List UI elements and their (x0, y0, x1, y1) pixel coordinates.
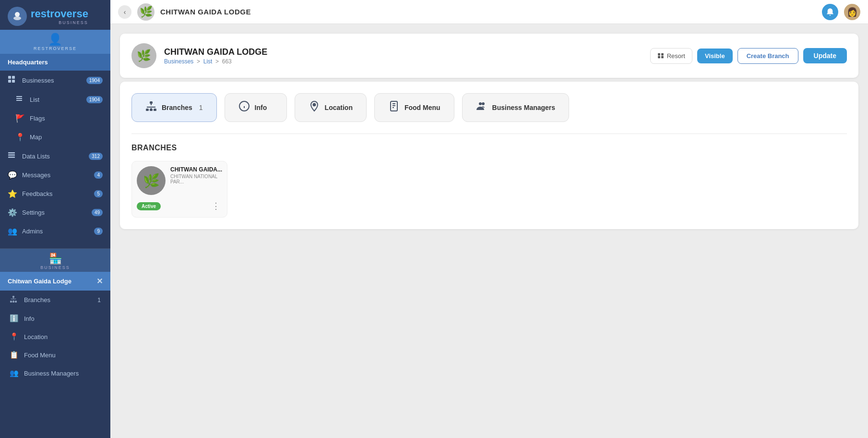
sub-nav-location[interactable]: 📍 Location (0, 328, 110, 346)
sidebar-item-feedbacks[interactable]: ⭐ Feedbacks 5 (0, 184, 110, 203)
sub-info-icon: ℹ️ (10, 314, 19, 323)
location-tab-icon (309, 100, 320, 115)
branch-card[interactable]: 🌿 CHITWAN GAIDA... CHITWAN NATIONAL PAR.… (131, 161, 227, 218)
svg-rect-26 (154, 109, 156, 111)
topbar-title: CHITWAN GAIDA LODGE (160, 8, 251, 16)
create-branch-button[interactable]: Create Branch (737, 48, 798, 64)
branch-status-row: Active ⋮ (137, 200, 222, 212)
sidebar-item-data-lists[interactable]: Data Lists 312 (0, 146, 110, 166)
businesses-badge: 1904 (86, 77, 103, 84)
user-avatar[interactable]: 👩 (844, 4, 860, 20)
svg-rect-16 (13, 297, 14, 299)
sub-branches-icon (10, 295, 19, 304)
tab-branches[interactable]: Branches 1 (131, 93, 217, 122)
branch-menu-button[interactable]: ⋮ (210, 200, 222, 212)
visible-button[interactable]: Visible (697, 49, 733, 63)
sidebar-item-list[interactable]: List 1904 (0, 90, 110, 109)
notification-icon[interactable] (822, 4, 838, 20)
tab-info-label: Info (255, 104, 267, 111)
breadcrumb-id: 663 (222, 58, 232, 65)
svg-point-1 (13, 16, 21, 20)
sub-managers-label: Business Managers (24, 370, 79, 377)
section-divider (131, 134, 847, 134)
business-close-button[interactable]: ✕ (96, 277, 103, 286)
sidebar-item-messages[interactable]: 💬 Messages 4 (0, 166, 110, 184)
tab-location-label: Location (325, 104, 353, 111)
business-section: 🏪 BUSINESS Chitwan Gaida Lodge ✕ Branche… (0, 248, 110, 382)
tab-food-menu[interactable]: Food Menu (374, 93, 454, 122)
sub-nav-info[interactable]: ℹ️ Info (0, 309, 110, 328)
businesses-icon (8, 75, 17, 85)
svg-rect-25 (146, 109, 149, 111)
sidebar-logo: restroverse business (0, 0, 110, 30)
svg-rect-5 (12, 80, 15, 83)
tab-business-managers[interactable]: Business Managers (462, 93, 570, 122)
sidebar-item-map[interactable]: 📍 Map (0, 128, 110, 146)
svg-rect-9 (8, 152, 15, 154)
header-actions: Resort Visible Create Branch Update (650, 48, 847, 64)
svg-rect-20 (661, 53, 664, 56)
svg-rect-24 (150, 109, 153, 111)
svg-rect-7 (16, 98, 22, 99)
business-badge-row: 🏪 BUSINESS (0, 249, 110, 272)
svg-rect-15 (15, 301, 17, 303)
branches-section: BRANCHES 🌿 CHITWAN GAIDA... CHITWAN NATI… (131, 144, 847, 218)
svg-point-0 (15, 12, 20, 17)
main-area: ‹ 🌿 CHITWAN GAIDA LODGE 👩 🌿 CHITWAN GAID… (110, 0, 868, 438)
svg-rect-3 (12, 76, 15, 79)
svg-rect-4 (8, 80, 11, 83)
business-icon: 🏪 (49, 253, 62, 265)
list-badge: 1904 (86, 96, 103, 103)
sidebar-collapse-button[interactable]: ‹ (118, 5, 131, 19)
topbar-right: 👩 (822, 4, 860, 20)
branches-list: 🌿 CHITWAN GAIDA... CHITWAN NATIONAL PAR.… (131, 161, 847, 218)
sub-food-menu-label: Food Menu (24, 352, 56, 359)
resort-button[interactable]: Resort (650, 48, 692, 64)
food-menu-tab-icon (388, 100, 400, 115)
breadcrumb-businesses[interactable]: Businesses (164, 58, 193, 65)
branches-title: BRANCHES (131, 144, 847, 152)
tab-nav: Branches 1 Info Location (131, 93, 847, 122)
svg-rect-2 (8, 76, 11, 79)
hq-section: 👤 RESTROVERSE (0, 30, 110, 54)
admins-badge: 9 (94, 228, 103, 235)
sub-nav-branches[interactable]: Branches 1 (0, 291, 110, 309)
tab-location[interactable]: Location (295, 93, 367, 122)
sub-nav-business-managers[interactable]: 👥 Business Managers (0, 364, 110, 382)
svg-rect-18 (11, 299, 16, 299)
hq-label: RESTROVERSE (34, 46, 77, 51)
sidebar-map-label: Map (30, 134, 42, 141)
sidebar-flags-label: Flags (30, 115, 45, 122)
svg-rect-6 (16, 96, 22, 97)
update-button[interactable]: Update (803, 48, 847, 63)
svg-rect-22 (661, 56, 664, 59)
breadcrumb-list[interactable]: List (203, 58, 213, 65)
svg-point-33 (313, 104, 315, 106)
sidebar-feedbacks-label: Feedbacks (22, 190, 53, 197)
logo-subtitle: business (31, 20, 88, 25)
svg-rect-28 (151, 108, 152, 109)
business-title: Chitwan Gaida Lodge (8, 278, 71, 285)
data-lists-badge: 312 (89, 153, 103, 160)
sidebar-item-businesses[interactable]: Businesses 1904 (0, 71, 110, 90)
hq-title[interactable]: Headquarters (0, 54, 110, 71)
sidebar-messages-label: Messages (22, 171, 50, 179)
tab-info[interactable]: Info (225, 93, 287, 122)
admins-icon: 👥 (8, 227, 17, 236)
sidebar: restroverse business 👤 RESTROVERSE Headq… (0, 0, 110, 438)
branch-name: CHITWAN GAIDA... (170, 166, 222, 173)
content-area: 🌿 CHITWAN GAIDA LODGE Businesses > List … (110, 24, 868, 438)
sidebar-settings-label: Settings (22, 209, 45, 216)
messages-icon: 💬 (8, 170, 17, 180)
feedbacks-icon: ⭐ (8, 189, 17, 198)
sidebar-item-flags[interactable]: 🚩 Flags (0, 109, 110, 128)
settings-badge: 49 (92, 209, 103, 216)
svg-rect-29 (147, 107, 155, 108)
svg-rect-21 (658, 56, 660, 59)
sidebar-item-admins[interactable]: 👥 Admins 9 (0, 222, 110, 241)
sidebar-item-settings[interactable]: ⚙️ Settings 49 (0, 203, 110, 222)
sub-nav-food-menu[interactable]: 📋 Food Menu (0, 346, 110, 364)
svg-rect-19 (658, 53, 660, 56)
branch-status-badge: Active (137, 202, 161, 210)
sub-food-menu-icon: 📋 (10, 351, 19, 359)
